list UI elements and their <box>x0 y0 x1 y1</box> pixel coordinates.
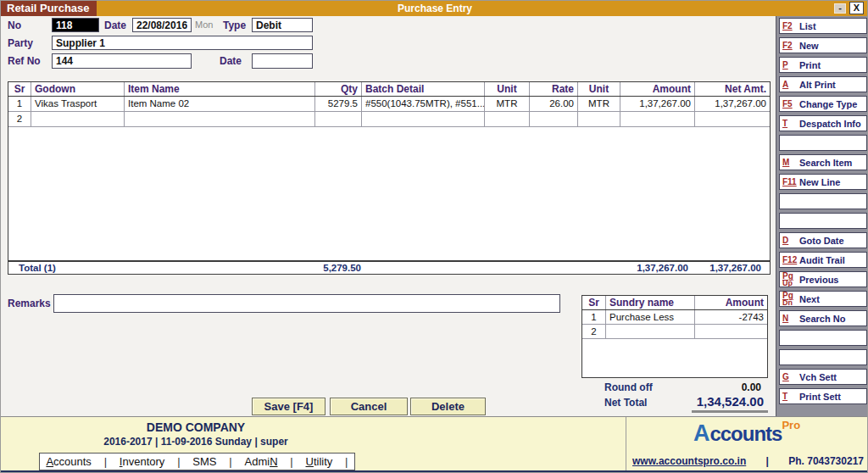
item-cell-item-name[interactable]: Item Name 02 <box>125 97 315 111</box>
sundry-cell-sr: 2 <box>582 325 606 338</box>
sidebar-button-change-type[interactable]: F5Change Type <box>779 96 867 112</box>
sundry-cell-name[interactable]: Purchase Less <box>606 310 695 324</box>
sundry-cell-amount[interactable] <box>695 325 767 338</box>
sundry-table-empty-area <box>582 339 767 377</box>
col-header-batch-detail: Batch Detail <box>362 82 485 96</box>
footer-divider <box>626 417 626 470</box>
item-cell-qty[interactable] <box>315 112 362 126</box>
sidebar-button-list[interactable]: F2List <box>779 18 867 34</box>
sidebar-button-despatch-info[interactable]: TDespatch Info <box>779 115 867 131</box>
date-field[interactable] <box>132 18 192 32</box>
item-cell-rate[interactable] <box>530 112 578 126</box>
sidebar-button-empty <box>779 193 867 209</box>
session-info: 2016-2017 | 11-09-2016 Sunday | super <box>1 436 391 448</box>
item-cell-sr: 1 <box>8 97 31 111</box>
ref-date-field[interactable] <box>252 53 313 69</box>
item-row-2: 2 <box>8 112 770 127</box>
shortcut-key: PgDn <box>782 292 799 306</box>
item-cell-unit2[interactable]: MTR <box>578 97 620 111</box>
sidebar-button-next[interactable]: PgDnNext <box>779 291 867 307</box>
sidebar-button-empty <box>779 349 867 365</box>
save-button[interactable]: Save [F4] <box>252 398 326 415</box>
sidebar-button-print[interactable]: PPrint <box>779 57 867 73</box>
sidebar-button-alt-print[interactable]: AAlt Print <box>779 76 867 92</box>
close-button[interactable]: X <box>849 2 864 14</box>
item-cell-qty[interactable]: 5279.5 <box>315 97 362 111</box>
menu-separator: | <box>177 455 180 468</box>
shortcut-key: M <box>782 159 799 166</box>
item-cell-godown[interactable]: Vikas Trasport <box>31 97 125 111</box>
sidebar-button-search-item[interactable]: MSearch Item <box>779 154 867 170</box>
party-field[interactable] <box>52 36 313 50</box>
sundry-cell-name[interactable] <box>606 325 695 338</box>
menu-utility[interactable]: Utility <box>306 455 333 468</box>
item-cell-net <box>695 112 770 126</box>
shortcut-key: A <box>782 81 799 88</box>
sundry-col-amount: Amount <box>695 296 767 309</box>
item-cell-batch[interactable] <box>362 112 485 126</box>
sidebar-button-goto-date[interactable]: DGoto Date <box>779 232 867 248</box>
sidebar-button-search-no[interactable]: NSearch No <box>779 310 867 326</box>
net-total-value: 1,34,524.00 <box>676 394 764 409</box>
sidebar-button-new-line[interactable]: F11New Line <box>779 174 867 190</box>
menu-separator: | <box>290 455 292 468</box>
retail-purchase-tab[interactable]: Retail Purchase <box>1 1 97 16</box>
item-cell-amount <box>620 112 695 126</box>
company-name: DEMO COMPANY <box>1 420 391 434</box>
delete-button[interactable]: Delete <box>410 398 486 415</box>
minimize-button[interactable]: - <box>834 3 846 14</box>
sidebar-button-empty <box>779 213 867 229</box>
contact-separator: | <box>766 455 769 467</box>
shortcut-key: F2 <box>782 42 799 49</box>
item-cell-godown[interactable] <box>31 112 125 126</box>
total-amount: 1,37,267.00 <box>637 262 688 274</box>
sidebar-button-previous[interactable]: PgUpPrevious <box>779 271 867 287</box>
col-header-rate: Rate <box>530 82 578 96</box>
item-cell-item-name[interactable] <box>125 112 315 126</box>
menu-admin[interactable]: AdmiN <box>245 455 278 468</box>
round-off-value: 0.00 <box>676 381 761 393</box>
item-cell-unit[interactable] <box>485 112 530 126</box>
ref-date-label: Date <box>220 55 242 67</box>
cancel-button[interactable]: Cancel <box>330 398 408 415</box>
shortcut-key: N <box>782 314 799 322</box>
menu-separator: | <box>229 455 231 468</box>
col-header-item-name: Item Name <box>125 82 315 96</box>
type-field[interactable] <box>252 18 313 32</box>
phone-number: Ph. 7043730217 <box>788 455 864 467</box>
total-label: Total (1) <box>19 262 56 274</box>
sidebar-button-vch-sett[interactable]: GVch Sett <box>779 369 867 385</box>
menu-separator: | <box>345 455 348 468</box>
item-cell-unit[interactable]: MTR <box>485 97 530 111</box>
item-cell-batch[interactable]: #550(1043.75MTR), #551... <box>362 97 485 111</box>
footer: DEMO COMPANY 2016-2017 | 11-09-2016 Sund… <box>1 416 868 470</box>
day-label: Mon <box>195 19 213 30</box>
footer-company-block: DEMO COMPANY 2016-2017 | 11-09-2016 Sund… <box>1 417 391 448</box>
window-title: Purchase Entry <box>1 1 868 16</box>
menu-accounts[interactable]: Accounts <box>46 455 91 468</box>
remarks-label: Remarks <box>8 298 51 309</box>
menu-sms[interactable]: SMS <box>192 455 216 468</box>
round-off-label: Round off <box>604 381 653 393</box>
website-link[interactable]: www.accountspro.co.in <box>632 455 746 467</box>
item-row-1: 1 Vikas Trasport Item Name 02 5279.5 #55… <box>8 97 770 112</box>
ref-no-field[interactable] <box>52 53 192 69</box>
item-cell-rate[interactable]: 26.00 <box>530 97 578 111</box>
shortcut-key: F5 <box>782 100 799 108</box>
item-cell-unit2[interactable] <box>578 112 620 126</box>
sidebar-button-new[interactable]: F2New <box>779 37 867 53</box>
col-header-amount: Amount <box>620 82 695 96</box>
menu-inventory[interactable]: Inventory <box>120 455 165 468</box>
sidebar-button-audit-trail[interactable]: F12Audit Trail <box>779 252 867 268</box>
sidebar-button-print-sett[interactable]: TPrint Sett <box>779 388 867 404</box>
shortcut-key: T <box>782 392 799 400</box>
sundry-table-header: Sr Sundry name Amount <box>582 296 767 310</box>
col-header-net-amt: Net Amt. <box>695 82 770 96</box>
sundry-cell-amount[interactable]: -2743 <box>695 310 767 324</box>
remarks-field[interactable] <box>53 294 560 313</box>
party-label: Party <box>8 37 33 49</box>
sundry-col-name: Sundry name <box>606 296 695 309</box>
main-menubar: Accounts | Inventory | SMS | AdmiN | Uti… <box>39 453 355 470</box>
voucher-no-field[interactable] <box>52 18 99 32</box>
shortcut-key: P <box>782 61 799 69</box>
